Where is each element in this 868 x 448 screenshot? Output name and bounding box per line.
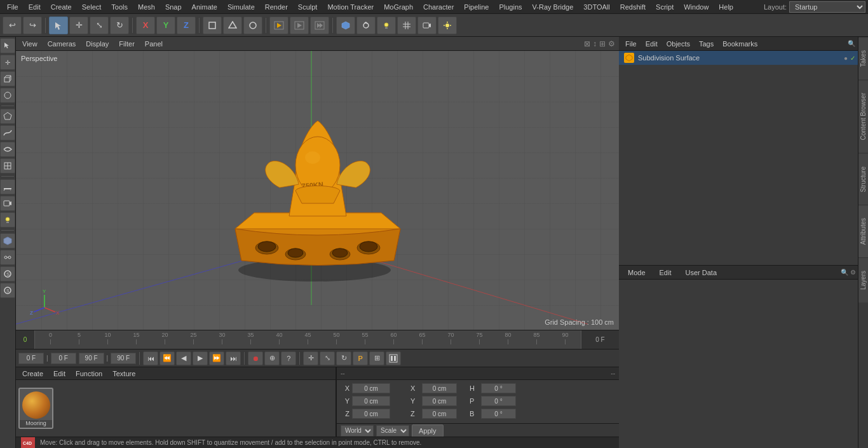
coord-y-input[interactable] <box>352 396 390 406</box>
go-start-button[interactable]: ⏮ <box>143 351 158 365</box>
menu-mesh[interactable]: Mesh <box>133 2 159 12</box>
coord-x-input[interactable] <box>352 383 390 393</box>
light2-button[interactable] <box>438 17 457 34</box>
om-file[interactable]: File <box>623 39 639 49</box>
tab-layers[interactable]: Layers <box>858 257 868 302</box>
coord-sx-input[interactable] <box>422 383 457 393</box>
render-active-button[interactable] <box>269 17 288 34</box>
om-row-subdivision[interactable]: Subdivision Surface ● ✓ ✓ <box>619 51 868 65</box>
scale-tool-button[interactable]: ⤡ <box>90 17 109 34</box>
expand-icon[interactable]: ↕ <box>593 39 597 48</box>
step-forward-button[interactable]: ⏩ <box>209 351 224 365</box>
menu-window[interactable]: Window <box>679 2 713 12</box>
menu-3dtoa[interactable]: 3DTOAll <box>579 2 614 12</box>
menu-script[interactable]: Script <box>651 2 678 12</box>
menu-plugins[interactable]: Plugins <box>494 2 526 12</box>
menu-animate[interactable]: Animate <box>187 2 222 12</box>
world-select[interactable]: World <box>341 425 374 437</box>
vp-panel[interactable]: Panel <box>142 39 165 49</box>
lt-light[interactable] <box>0 212 15 227</box>
apply-button[interactable]: Apply <box>412 424 444 437</box>
coord-sz-input[interactable] <box>422 409 457 419</box>
start-frame-input[interactable] <box>51 353 76 364</box>
lt-spline[interactable] <box>0 125 15 140</box>
tab-structure[interactable]: Structure <box>858 153 868 205</box>
fps-input[interactable] <box>111 353 136 364</box>
lt-deform[interactable] <box>0 158 15 173</box>
grid-button[interactable] <box>397 17 416 34</box>
tab-attributes[interactable]: Attributes <box>858 205 868 257</box>
lt-constraint[interactable] <box>0 250 15 265</box>
tab-takes[interactable]: Takes <box>858 37 868 79</box>
coord-z-input[interactable] <box>352 409 390 419</box>
coord-sy-input[interactable] <box>422 396 457 406</box>
mat-function[interactable]: Function <box>73 369 105 378</box>
z-axis-button[interactable]: Z <box>177 17 196 34</box>
lt-nurbs[interactable] <box>0 142 15 157</box>
render-all-button[interactable] <box>310 17 329 34</box>
lt-circle[interactable] <box>0 88 15 103</box>
current-frame-input[interactable] <box>18 353 44 364</box>
record-button[interactable]: ⏺ <box>248 351 263 365</box>
play-reverse-button[interactable]: ◀ <box>176 351 191 365</box>
menu-motion-tracker[interactable]: Motion Tracker <box>323 2 378 12</box>
rotate-tool-button[interactable]: ↻ <box>110 17 129 34</box>
p-button[interactable]: P <box>353 351 368 365</box>
light-button[interactable] <box>377 17 396 34</box>
coord-p-input[interactable] <box>481 396 516 406</box>
menu-simulate[interactable]: Simulate <box>223 2 259 12</box>
keyframe-button[interactable]: ? <box>281 351 296 365</box>
y-axis-button[interactable]: Y <box>156 17 175 34</box>
object-mode-button[interactable] <box>203 17 222 34</box>
menu-edit[interactable]: Edit <box>24 2 45 12</box>
camera2-button[interactable] <box>417 17 437 34</box>
lt-camera[interactable] <box>0 196 15 211</box>
end-frame-input[interactable] <box>79 353 104 364</box>
lt-xpresso[interactable]: S <box>0 283 15 298</box>
layout-select[interactable]: Startup <box>789 1 865 13</box>
scale-key-button[interactable]: ⤡ <box>320 351 335 365</box>
menu-character[interactable]: Character <box>419 2 458 12</box>
am-mode[interactable]: Mode <box>623 268 651 278</box>
render-region-button[interactable] <box>290 17 309 34</box>
go-end-button[interactable]: ⏭ <box>226 351 241 365</box>
vp-view[interactable]: View <box>20 39 40 49</box>
menu-sculpt[interactable]: Sculpt <box>294 2 322 12</box>
undo-button[interactable]: ↩ <box>3 17 22 34</box>
menu-file[interactable]: File <box>3 2 23 12</box>
edges-mode-button[interactable] <box>243 17 262 34</box>
om-objects[interactable]: Objects <box>664 39 693 49</box>
tab-content-browser[interactable]: Content Browser <box>858 79 868 153</box>
om-check-1[interactable]: ✓ <box>850 55 855 62</box>
lt-cube[interactable] <box>0 71 15 86</box>
points-mode-button[interactable] <box>223 17 242 34</box>
layout-icon[interactable]: ⊞ <box>599 39 606 48</box>
coord-b-input[interactable] <box>481 409 516 419</box>
lt-floor[interactable] <box>0 179 15 194</box>
menu-create[interactable]: Create <box>46 2 76 12</box>
grid-key-button[interactable]: ⊞ <box>369 351 384 365</box>
tl-ruler[interactable]: 0 5 10 15 20 25 30 35 40 45 50 <box>35 330 581 349</box>
redo-button[interactable]: ↪ <box>23 17 42 34</box>
mat-edit[interactable]: Edit <box>51 369 68 378</box>
am-settings-icon[interactable]: ⚙ <box>850 269 856 276</box>
om-edit[interactable]: Edit <box>643 39 660 49</box>
play-button[interactable]: ▶ <box>193 351 208 365</box>
move-playback-button[interactable]: ✛ <box>303 351 318 365</box>
scale-select[interactable]: Scale <box>376 425 409 437</box>
lt-move[interactable]: ✛ <box>0 55 15 70</box>
maximize-icon[interactable]: ⊠ <box>584 39 590 48</box>
lt-select[interactable] <box>0 38 15 53</box>
mat-texture[interactable]: Texture <box>110 369 138 378</box>
am-edit[interactable]: Edit <box>654 268 677 278</box>
menu-render[interactable]: Render <box>261 2 292 12</box>
menu-snap[interactable]: Snap <box>161 2 186 12</box>
menu-mograph[interactable]: MoGraph <box>379 2 417 12</box>
lt-tag[interactable]: S <box>0 266 15 282</box>
menu-vray[interactable]: V-Ray Bridge <box>528 2 578 12</box>
step-back-button[interactable]: ⏪ <box>159 351 175 365</box>
material-mooring[interactable]: Mooring <box>18 388 53 429</box>
menu-select[interactable]: Select <box>78 2 106 12</box>
om-tags[interactable]: Tags <box>696 39 716 49</box>
om-bookmarks[interactable]: Bookmarks <box>720 39 760 49</box>
